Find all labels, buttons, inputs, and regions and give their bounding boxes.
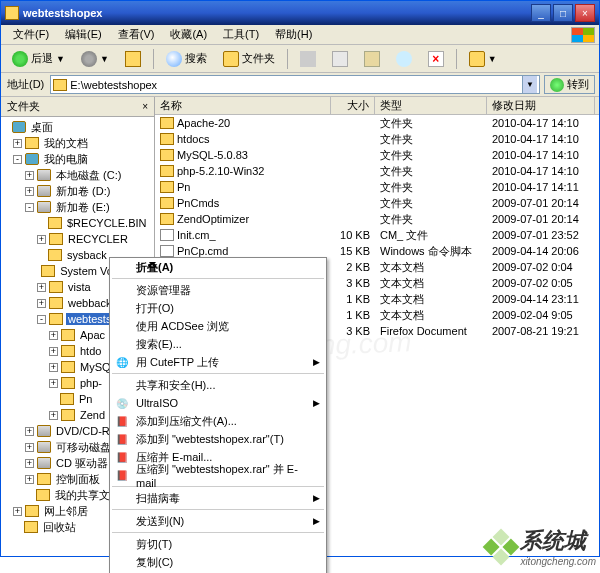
tree-label: $RECYCLE.BIN: [65, 217, 148, 229]
tree-node[interactable]: 桌面: [1, 119, 154, 135]
context-menu-item[interactable]: 扫描病毒▶: [110, 489, 326, 507]
expand-toggle[interactable]: +: [25, 427, 34, 436]
tree-node[interactable]: +我的文档: [1, 135, 154, 151]
chevron-down-icon[interactable]: ▼: [56, 54, 65, 64]
menu-file[interactable]: 文件(F): [5, 25, 57, 44]
expand-toggle[interactable]: +: [49, 411, 58, 420]
context-menu-item[interactable]: 📕添加到压缩文件(A)...: [110, 412, 326, 430]
cell-type: CM_ 文件: [375, 228, 487, 243]
expand-toggle[interactable]: -: [13, 155, 22, 164]
go-button[interactable]: 转到: [544, 75, 595, 94]
tree-node[interactable]: +RECYCLER: [1, 231, 154, 247]
menu-edit[interactable]: 编辑(E): [57, 25, 110, 44]
close-button[interactable]: ×: [575, 4, 595, 22]
expand-toggle[interactable]: -: [25, 203, 34, 212]
context-menu-item[interactable]: 共享和安全(H)...: [110, 376, 326, 394]
list-item[interactable]: PnCmds文件夹2009-07-01 20:14: [155, 195, 599, 211]
submenu-arrow-icon: ▶: [313, 516, 320, 526]
col-attr[interactable]: 属性: [595, 97, 599, 114]
menu-help[interactable]: 帮助(H): [267, 25, 320, 44]
expand-toggle[interactable]: +: [25, 443, 34, 452]
expand-toggle[interactable]: +: [37, 283, 46, 292]
folders-button[interactable]: 文件夹: [216, 48, 282, 70]
chevron-down-icon[interactable]: ▼: [100, 54, 109, 64]
cell-type: 文本文档: [375, 276, 487, 291]
context-menu-item[interactable]: 折叠(A): [110, 258, 326, 276]
list-item[interactable]: Apache-20文件夹2010-04-17 14:10: [155, 115, 599, 131]
expand-toggle[interactable]: +: [37, 235, 46, 244]
expand-toggle[interactable]: +: [25, 475, 34, 484]
context-menu-item[interactable]: 资源管理器: [110, 281, 326, 299]
forward-button[interactable]: ▼: [74, 48, 116, 70]
list-item[interactable]: MySQL-5.0.83文件夹2010-04-17 14:10: [155, 147, 599, 163]
context-menu-item[interactable]: 复制(C): [110, 553, 326, 571]
context-menu-item[interactable]: 💿UltraISO▶: [110, 394, 326, 412]
context-menu-item[interactable]: 剪切(T): [110, 535, 326, 553]
expand-toggle[interactable]: +: [13, 507, 22, 516]
tree-node[interactable]: +新加卷 (D:): [1, 183, 154, 199]
menu-view[interactable]: 查看(V): [110, 25, 163, 44]
expand-toggle[interactable]: +: [25, 187, 34, 196]
context-menu-item[interactable]: 🌐用 CuteFTP 上传▶: [110, 353, 326, 371]
context-menu-item[interactable]: 发送到(N)▶: [110, 512, 326, 530]
file-icon: [160, 245, 174, 257]
chevron-down-icon[interactable]: ▼: [488, 54, 497, 64]
col-size[interactable]: 大小: [331, 97, 375, 114]
cut-button[interactable]: [293, 48, 323, 70]
context-menu-item[interactable]: 📕添加到 "webtestshopex.rar"(T): [110, 430, 326, 448]
expand-toggle[interactable]: +: [13, 139, 22, 148]
tree-node[interactable]: +本地磁盘 (C:): [1, 167, 154, 183]
context-menu-item[interactable]: 搜索(E)...: [110, 335, 326, 353]
cell-type: 文本文档: [375, 308, 487, 323]
address-dropdown[interactable]: ▼: [522, 76, 537, 93]
list-item[interactable]: ZendOptimizer文件夹2009-07-01 20:14: [155, 211, 599, 227]
expand-toggle[interactable]: +: [37, 299, 46, 308]
address-field[interactable]: E:\webtestshopex ▼: [50, 75, 540, 94]
expand-toggle[interactable]: +: [25, 171, 34, 180]
maximize-button[interactable]: □: [553, 4, 573, 22]
context-menu-item[interactable]: 打开(O): [110, 299, 326, 317]
list-item[interactable]: php-5.2.10-Win32文件夹2010-04-17 14:10: [155, 163, 599, 179]
tree-node[interactable]: -我的电脑: [1, 151, 154, 167]
paste-button[interactable]: [357, 48, 387, 70]
col-name[interactable]: 名称: [155, 97, 331, 114]
search-button[interactable]: 搜索: [159, 48, 214, 70]
expand-toggle[interactable]: +: [49, 331, 58, 340]
minimize-button[interactable]: _: [531, 4, 551, 22]
context-menu-item[interactable]: 使用 ACDSee 浏览: [110, 317, 326, 335]
menu-tools[interactable]: 工具(T): [215, 25, 267, 44]
context-menu[interactable]: 折叠(A)资源管理器打开(O)使用 ACDSee 浏览搜索(E)...🌐用 Cu…: [109, 257, 327, 573]
close-tree-button[interactable]: ×: [142, 101, 148, 112]
toolbar: 后退▼ ▼ 搜索 文件夹 × ▼: [1, 45, 599, 73]
tree-node[interactable]: $RECYCLE.BIN: [1, 215, 154, 231]
expand-toggle[interactable]: +: [49, 347, 58, 356]
expand-toggle[interactable]: +: [49, 379, 58, 388]
undo-button[interactable]: [389, 48, 419, 70]
delete-button[interactable]: ×: [421, 48, 451, 70]
folder-icon: [36, 489, 50, 501]
cell-date: 2010-04-17 14:11: [487, 181, 595, 193]
back-button[interactable]: 后退▼: [5, 48, 72, 70]
cell-date: 2010-04-17 14:10: [487, 117, 595, 129]
col-type[interactable]: 类型: [375, 97, 487, 114]
menu-favorites[interactable]: 收藏(A): [162, 25, 215, 44]
expand-toggle[interactable]: -: [37, 315, 46, 324]
col-date[interactable]: 修改日期: [487, 97, 595, 114]
list-item[interactable]: Init.cm_10 KBCM_ 文件2009-07-01 23:52A: [155, 227, 599, 243]
titlebar[interactable]: webtestshopex _ □ ×: [1, 1, 599, 25]
context-menu-item[interactable]: 📕压缩到 "webtestshopex.rar" 并 E-mail: [110, 466, 326, 484]
copy-button[interactable]: [325, 48, 355, 70]
folder-icon: [48, 249, 62, 261]
tree-label: Apac: [78, 329, 107, 341]
tree-node[interactable]: -新加卷 (E:): [1, 199, 154, 215]
watermark-url: xitongcheng.com: [520, 556, 596, 567]
window-title: webtestshopex: [23, 7, 531, 19]
expand-toggle[interactable]: +: [25, 459, 34, 468]
views-button[interactable]: ▼: [462, 48, 504, 70]
up-button[interactable]: [118, 48, 148, 70]
list-item[interactable]: htdocs文件夹2010-04-17 14:10: [155, 131, 599, 147]
desk-icon: [12, 121, 26, 133]
folder-icon: [61, 361, 75, 373]
list-item[interactable]: Pn文件夹2010-04-17 14:11: [155, 179, 599, 195]
expand-toggle[interactable]: +: [49, 363, 58, 372]
